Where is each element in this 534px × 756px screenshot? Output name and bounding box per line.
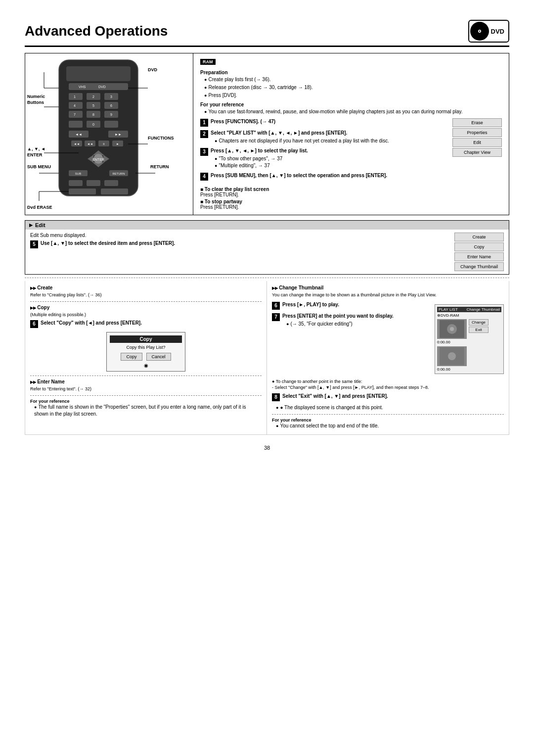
step-2-text: Select "PLAY LIST" with [▲, ▼, ◄, ►] and… (211, 130, 347, 136)
svg-rect-20 (69, 111, 83, 118)
for-ref-left-list: The full name is shown in the "Propertie… (30, 404, 262, 418)
copy-dialog: Copy Copy this Play List? Copy Cancel ◉ (106, 332, 185, 372)
step-7-thumb-text: Press [ENTER] at the point you want to d… (282, 313, 394, 319)
step-8-thumb-text: Select "Exit" with [▲, ▼] and press [ENT… (282, 393, 388, 399)
thumb-img-2 (437, 346, 467, 366)
step-6-copy-content: Select "Copy" with [◄] and press [ENTER]… (41, 320, 262, 327)
svg-text:5: 5 (92, 104, 94, 107)
copy-dialog-copy-btn[interactable]: Copy (121, 353, 142, 361)
step-6-copy: 6 Select "Copy" with [◄] and press [ENTE… (30, 320, 262, 328)
thumb-source: ⊕DVD-RAM (437, 313, 501, 318)
enter-name-title: Enter Name (30, 379, 262, 384)
panel-btn-erase[interactable]: Erase (452, 118, 502, 127)
edit-header-text: Edit (35, 222, 45, 228)
svg-text:DVD: DVD (98, 85, 106, 89)
prep-bullet-1: Create play lists first (→ 36). (204, 76, 502, 83)
svg-text:4: 4 (74, 104, 76, 107)
page-number: 38 (25, 445, 509, 451)
stop-title: ■ To stop partway (200, 199, 502, 204)
copy-dialog-title: Copy (110, 335, 182, 343)
dashed-separator-1 (25, 278, 509, 278)
enter-name-note: Refer to "Entering text". (→ 32) (30, 386, 262, 392)
svg-point-2 (479, 31, 480, 32)
step-6-thumb-content: Press [►, PLAY] to play. (282, 301, 431, 308)
return-label: RETURN (150, 164, 169, 169)
step-3-content: Press [▲, ▼, ◄, ►] to select the play li… (211, 147, 448, 169)
step-4-text: Press [SUB MENU], then [▲, ▼] to select … (211, 173, 387, 178)
for-ref-right-title: For your reference (272, 418, 504, 423)
copy-note: (Multiple editing is possible.) (30, 312, 262, 318)
step-8-sub-list: ● The displayed scene is changed at this… (272, 404, 504, 411)
svg-text:►►: ►► (115, 133, 122, 136)
thumb-header-right: Change Thumbnail (467, 307, 500, 312)
step-5-content: Use [▲, ▼] to select the desired item an… (41, 240, 450, 247)
edit-panel-btn-change-thumbnail[interactable]: Change Thumbnail (454, 262, 504, 271)
svg-rect-53 (87, 180, 100, 186)
svg-rect-8 (69, 93, 83, 100)
svg-text:3: 3 (110, 95, 112, 98)
svg-text:►: ► (116, 142, 119, 145)
for-ref-bullet-1: You can use fast-forward, rewind, pause,… (204, 108, 502, 115)
thumbnail-header: PLAY LIST Change Thumbnail (437, 307, 501, 312)
svg-point-71 (448, 352, 456, 360)
step-1-content: Press [FUNCTIONS]. (→ 47) (211, 118, 448, 125)
svg-text:RETURN: RETURN (113, 172, 125, 175)
step-8-thumb-num: 8 (272, 393, 280, 401)
create-note: Refer to "Creating play lists". (→ 36) (30, 292, 262, 298)
step-7-thumb-num: 7 (272, 313, 280, 321)
edit-panel-btn-create[interactable]: Create (454, 233, 504, 241)
svg-rect-55 (69, 189, 96, 194)
right-panel-buttons: Erase Properties Edit Chapter View (452, 118, 502, 184)
panel-btn-properties[interactable]: Properties (452, 128, 502, 137)
panel-btn-chapter-view[interactable]: Chapter View (452, 148, 502, 157)
panel-btn-edit[interactable]: Edit (452, 138, 502, 147)
step-6-thumb: 6 Press [►, PLAY] to play. (272, 301, 431, 310)
step-3-sub-1: "To show other pages", → 37 (215, 155, 448, 162)
copy-dialog-cancel-btn[interactable]: Cancel (146, 353, 171, 361)
step-6-copy-num: 6 (30, 320, 38, 328)
svg-rect-26 (69, 121, 83, 128)
thumb-img-1 (437, 319, 467, 339)
dvd-badge-icon (470, 22, 489, 41)
edit-subtitle: Edit Sub menu displayed. (30, 233, 450, 238)
thumb-time-1: 0:00.00 (437, 340, 467, 344)
dashed-separator-2 (30, 301, 262, 302)
svg-text:9: 9 (110, 113, 112, 116)
edit-panel-btn-copy[interactable]: Copy (454, 242, 504, 251)
step-2-sub-1: Chapters are not displayed if you have n… (215, 138, 448, 144)
svg-rect-54 (104, 180, 118, 186)
step-5-text: Use [▲, ▼] to select the desired item an… (41, 240, 175, 246)
edit-panel-btn-enter-name[interactable]: Enter Name (454, 252, 504, 261)
preparation-list: Create play lists first (→ 36). Release … (200, 76, 502, 99)
copy-dialog-body: Copy this Play List? (110, 345, 182, 350)
svg-text:8: 8 (92, 113, 94, 116)
step-4-content: Press [SUB MENU], then [▲, ▼] to select … (211, 172, 448, 179)
step-7-thumb-content: Press [ENTER] at the point you want to d… (282, 313, 431, 328)
for-ref-right-list: You cannot select the top and end of the… (272, 423, 504, 429)
svg-rect-56 (101, 189, 128, 194)
bottom-section: Create Refer to "Creating play lists". (… (25, 281, 509, 435)
prep-bullet-2: Release protection (disc → 30, cartridge… (204, 84, 502, 91)
clear-title: ■ To clear the play list screen (200, 187, 502, 192)
step-7-thumb: 7 Press [ENTER] at the point you want to… (272, 313, 431, 328)
for-reference-list: You can use fast-forward, rewind, pause,… (200, 108, 502, 115)
stop-text: Press [RETURN]. (200, 204, 502, 210)
to-change-title: ● To change to another point in the same… (272, 379, 504, 384)
edit-body: Edit Sub menu displayed. 5 Use [▲, ▼] to… (25, 230, 509, 274)
svg-text:2: 2 (92, 95, 94, 98)
thumbnail-inner: 0:00.00 0:00.00 Change Exit (437, 319, 501, 372)
step-3-sub-2: "Multiple editing", → 37 (215, 162, 448, 169)
svg-text:VHS: VHS (79, 85, 86, 89)
thumbnail-ui: PLAY LIST Change Thumbnail ⊕DVD-RAM (435, 304, 504, 374)
edit-panel-buttons: Create Copy Enter Name Change Thumbnail (454, 233, 504, 271)
thumb-change-btn[interactable]: Change (469, 319, 489, 326)
create-title: Create (30, 285, 262, 290)
step-6-thumb-text: Press [►, PLAY] to play. (282, 302, 339, 307)
change-thumbnail-title: Change Thumbnail (272, 285, 504, 290)
thumb-header-left: PLAY LIST (439, 307, 458, 312)
clear-text: Press [RETURN]. (200, 192, 502, 197)
step-4-num: 4 (200, 173, 208, 181)
svg-text:◄◄: ◄◄ (74, 142, 80, 145)
copy-title: Copy (30, 305, 262, 310)
thumb-exit-btn[interactable]: Exit (469, 327, 489, 333)
